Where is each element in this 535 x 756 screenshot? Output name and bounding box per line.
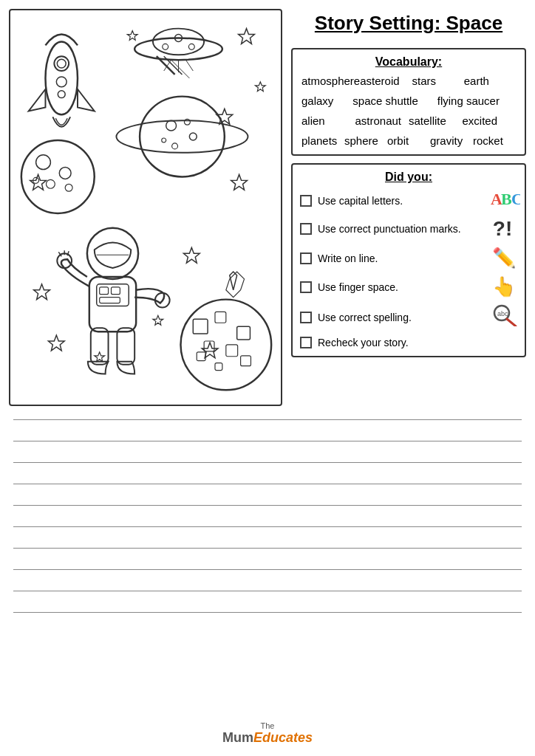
vocab-galaxy: galaxy [301,94,333,107]
checklist-item-1: Use capital letters. A B C [300,190,517,211]
vocab-atmosphere: atmosphere [301,75,360,87]
checkbox-2[interactable] [300,223,312,235]
svg-text:abc: abc [497,310,508,317]
vocab-satellite: satellite [409,114,463,127]
vocab-flying-saucer: flying saucer [437,94,500,107]
brand-educates: Educates [253,730,313,745]
did-you-title: Did you: [300,171,517,184]
writing-line-2 [13,441,522,441]
vocab-alien: alien [301,114,355,127]
writing-line-8 [13,569,522,570]
writing-line-5 [13,505,522,506]
writing-line-1 [13,419,522,420]
vocab-stars: stars [412,75,463,87]
checklist-icon-4: 👆 [491,275,517,298]
svg-text:C: C [511,190,520,207]
checklist-icon-2: ?! [488,217,517,241]
vocab-sphere: sphere [344,134,387,147]
writing-line-3 [13,462,522,463]
vocab-astronaut: astronaut [355,114,409,127]
checklist-item-3: Write on line. ✏️ [300,247,517,269]
checklist-icon-3: ✏️ [491,247,517,269]
checkbox-1[interactable] [300,195,312,207]
writing-line-9 [13,591,522,591]
writing-line-6 [13,526,522,527]
checklist-text-4: Use finger space. [318,281,485,293]
vocab-gravity: gravity [430,134,473,147]
writing-line-4 [13,484,522,484]
vocab-row-1: atmosphere asteroid stars earth [301,75,516,87]
space-scene-svg [10,10,281,402]
right-panel: Story Setting: Space Vocabulary: atmosph… [291,9,526,406]
checklist-text-5: Use correct spelling. [318,312,485,323]
svg-line-72 [507,319,516,326]
footer: The MumEducates [0,721,535,746]
writing-section [0,412,535,641]
vocab-excited: excited [463,114,517,127]
checklist-icon-5: abc [491,304,517,331]
checkbox-6[interactable] [300,337,312,348]
vocab-row-3: alien astronaut satellite excited [301,114,516,127]
vocab-earth: earth [464,75,516,87]
vocab-row-4: planets sphere orbit gravity rocket [301,134,516,147]
did-you-box: Did you: Use capital letters. A B C Use … [291,163,526,357]
brand-the: The [0,721,535,730]
vocab-orbit: orbit [387,134,430,147]
vocab-rocket: rocket [473,134,516,147]
checklist-item-4: Use finger space. 👆 [300,275,517,298]
writing-line-7 [13,548,522,549]
vocab-asteroid: asteroid [360,75,412,87]
checklist-text-3: Write on line. [318,252,485,264]
writing-line-10 [13,612,522,613]
checkbox-5[interactable] [300,312,312,323]
vocabulary-box: Vocabulary: atmosphere asteroid stars ea… [291,48,526,156]
checklist-item-2: Use correct punctuation marks. ?! [300,217,517,241]
brand-logo: The MumEducates [0,721,535,746]
svg-text:B: B [501,190,512,207]
top-section: Story Setting: Space Vocabulary: atmosph… [0,0,535,412]
checklist-item-6: Recheck your story. [300,337,517,348]
checklist-text-6: Recheck your story. [318,337,485,348]
vocab-row-2: galaxy space shuttle flying saucer [301,94,516,107]
checklist-text-2: Use correct punctuation marks. [318,223,482,235]
space-illustration-box [9,9,282,406]
checkbox-3[interactable] [300,252,312,264]
checklist-item-5: Use correct spelling. abc [300,304,517,331]
checklist-icon-1: A B C [491,190,517,211]
vocab-planets: planets [301,134,344,147]
page-title: Story Setting: Space [291,9,526,41]
brand-mum: Mum [222,730,253,745]
checklist-text-1: Use capital letters. [318,195,485,207]
vocab-space-shuttle: space shuttle [352,94,418,107]
checkbox-4[interactable] [300,281,312,293]
vocabulary-title: Vocabulary: [301,55,516,69]
